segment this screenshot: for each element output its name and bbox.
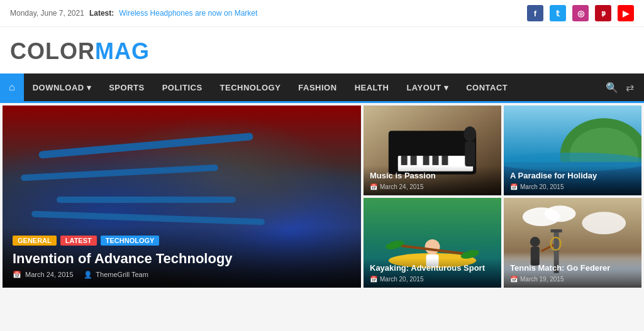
svg-rect-4 [401, 156, 408, 165]
hero-article[interactable]: General Latest Technology Invention of A… [3, 106, 361, 288]
nav-item-sports[interactable]: SPORTS [100, 73, 153, 101]
paradise-calendar-icon: 📅 [510, 183, 518, 190]
tag-latest[interactable]: Latest [60, 236, 97, 246]
top-bar: Monday, June 7, 2021 Latest: Wireless He… [0, 0, 644, 27]
svg-rect-6 [423, 156, 430, 165]
tennis-title: Tennis Match: Go Federer [510, 263, 635, 273]
nav-item-politics[interactable]: POLITICS [153, 73, 211, 101]
svg-rect-7 [433, 156, 439, 165]
nav-item-download[interactable]: DOWNLOAD ▾ [24, 73, 101, 101]
music-calendar-icon: 📅 [370, 183, 377, 190]
nav-item-contact[interactable]: CONTACT [457, 73, 516, 101]
paradise-title: A Paradise for Holiday [510, 171, 635, 181]
hero-date: 📅 March 24, 2015 [13, 271, 74, 279]
logo-bar: COLORMAG [0, 27, 644, 73]
kayak-overlay: Kayaking: Adventurous Sport 📅 March 20, … [364, 258, 501, 288]
site-logo[interactable]: COLORMAG [10, 38, 634, 65]
calendar-icon: 📅 [13, 271, 21, 278]
author-icon: 👤 [84, 271, 92, 278]
nav-right-icons: 🔍 ⇄ [596, 73, 644, 101]
layout-arrow-icon: ▾ [444, 83, 449, 92]
grid-item-tennis[interactable]: Tennis Match: Go Federer 📅 March 19, 201… [504, 198, 641, 288]
date-display: Monday, June 7, 2021 [10, 9, 84, 18]
twitter-icon[interactable]: 𝕥 [550, 5, 566, 21]
hero-meta: 📅 March 24, 2015 👤 ThemeGrill Team [13, 271, 351, 279]
tag-general[interactable]: General [13, 236, 57, 246]
nav-item-fashion[interactable]: FASHION [289, 73, 345, 101]
latest-link[interactable]: Wireless Headphones are now on Market [119, 9, 257, 18]
svg-point-9 [464, 126, 476, 141]
svg-point-29 [530, 237, 540, 247]
grid-item-paradise[interactable]: A Paradise for Holiday 📅 March 20, 2015 [504, 106, 641, 195]
svg-rect-5 [411, 156, 417, 165]
top-bar-left: Monday, June 7, 2021 Latest: Wireless He… [10, 9, 257, 18]
svg-point-25 [545, 205, 576, 222]
home-nav-button[interactable]: ⌂ [0, 73, 24, 101]
svg-point-18 [425, 239, 440, 254]
kayak-title: Kayaking: Adventurous Sport [370, 263, 495, 273]
logo-color-part: COLOR [10, 38, 95, 64]
tennis-overlay: Tennis Match: Go Federer 📅 March 19, 201… [504, 258, 641, 288]
paradise-meta: 📅 March 20, 2015 [510, 183, 635, 190]
svg-rect-10 [465, 141, 475, 166]
kayak-meta: 📅 March 20, 2015 [370, 276, 495, 283]
paradise-date: March 20, 2015 [520, 183, 564, 190]
music-title: Music is Passion [370, 171, 495, 181]
grid-item-music[interactable]: Music is Passion 📅 March 24, 2015 [364, 106, 501, 195]
kayak-date: March 20, 2015 [380, 276, 424, 283]
youtube-icon[interactable]: ▶ [618, 5, 634, 21]
social-icons: f 𝕥 ◎ 𝖕 ▶ [527, 5, 634, 21]
tag-technology[interactable]: Technology [101, 236, 160, 246]
content-area: General Latest Technology Invention of A… [0, 103, 644, 290]
svg-point-26 [582, 212, 626, 234]
hero-title: Invention of Advance Technology [13, 251, 351, 267]
logo-mag-part: MAG [95, 38, 150, 64]
shuffle-icon[interactable]: ⇄ [623, 79, 636, 96]
latest-label: Latest: [89, 9, 114, 18]
nav-item-health[interactable]: HEALTH [346, 73, 398, 101]
nav-items: DOWNLOAD ▾ SPORTS POLITICS TECHNOLOGY FA… [24, 73, 596, 101]
nav-item-technology[interactable]: TECHNOLOGY [211, 73, 290, 101]
kayak-calendar-icon: 📅 [370, 276, 377, 283]
instagram-icon[interactable]: ◎ [572, 5, 589, 21]
right-grid: Music is Passion 📅 March 24, 2015 [364, 106, 641, 288]
hero-author: 👤 ThemeGrill Team [84, 271, 148, 279]
facebook-icon[interactable]: f [527, 5, 543, 21]
music-date: March 24, 2015 [380, 183, 424, 190]
search-icon[interactable]: 🔍 [603, 79, 621, 96]
nav-item-layout[interactable]: LAYOUT ▾ [397, 73, 457, 101]
grid-item-kayak[interactable]: Kayaking: Adventurous Sport 📅 March 20, … [364, 198, 501, 288]
nav-bar: ⌂ DOWNLOAD ▾ SPORTS POLITICS TECHNOLOGY … [0, 73, 644, 101]
tennis-date: March 19, 2015 [520, 276, 564, 283]
music-meta: 📅 March 24, 2015 [370, 183, 495, 190]
svg-rect-8 [441, 156, 448, 165]
music-overlay: Music is Passion 📅 March 24, 2015 [364, 166, 501, 195]
pipe-decoration-3 [57, 197, 236, 203]
tennis-meta: 📅 March 19, 2015 [510, 276, 635, 283]
hero-tags: General Latest Technology [13, 236, 351, 246]
svg-rect-28 [551, 229, 562, 232]
download-arrow-icon: ▾ [87, 83, 92, 92]
hero-overlay: General Latest Technology Invention of A… [3, 227, 361, 288]
pinterest-icon[interactable]: 𝖕 [595, 5, 611, 21]
tennis-calendar-icon: 📅 [510, 276, 518, 283]
paradise-overlay: A Paradise for Holiday 📅 March 20, 2015 [504, 166, 641, 195]
